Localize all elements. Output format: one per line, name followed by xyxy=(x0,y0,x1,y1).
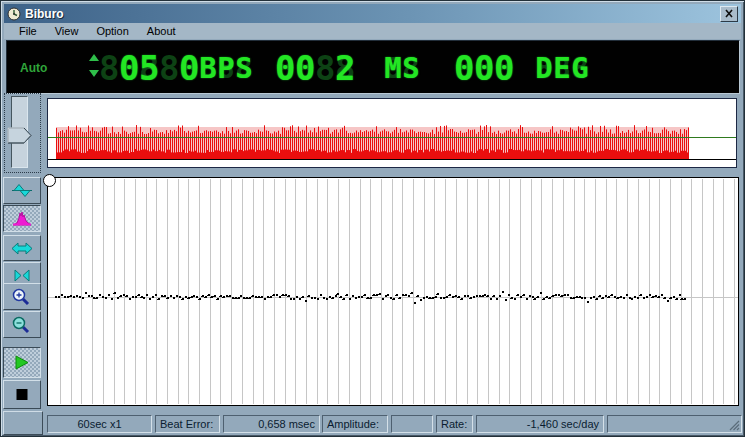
play-icon xyxy=(11,354,33,371)
auto-indicator: Auto xyxy=(20,61,47,75)
deg-unit-label: 8D 8E 8G xyxy=(535,47,589,89)
start-button[interactable] xyxy=(3,347,41,378)
rate-chart-panel xyxy=(47,177,739,406)
status-timescale: 60sec x1 xyxy=(47,415,152,433)
close-icon xyxy=(724,9,734,18)
zoom-out-button[interactable] xyxy=(3,311,41,338)
menu-item-view[interactable]: View xyxy=(46,24,88,39)
menu-bar: File View Option About xyxy=(4,23,741,39)
spinner-up-icon[interactable] xyxy=(89,54,99,61)
rate-chart-canvas xyxy=(48,178,738,405)
zoom-out-icon xyxy=(11,316,33,334)
expand-horizontal-button[interactable] xyxy=(3,235,41,261)
ms-unit-label: 8M 8S xyxy=(384,47,420,89)
histogram-icon xyxy=(11,210,33,227)
histogram-mode-button[interactable] xyxy=(3,205,41,232)
bps-unit-label: 8B 8P 8S xyxy=(199,47,253,89)
resize-grip[interactable] xyxy=(729,420,740,431)
title-bar[interactable]: Biburo xyxy=(4,4,741,23)
status-beat-error-value: 0,658 msec xyxy=(223,415,320,433)
menu-item-option[interactable]: Option xyxy=(87,24,137,39)
ms-value-display: 80 80 8 82 xyxy=(275,47,355,89)
beat-waveform-canvas xyxy=(48,99,736,167)
expand-arrows-icon xyxy=(11,240,33,257)
window-title: Biburo xyxy=(25,7,64,21)
led-panel: Auto 8 80 85 8 80 8B 8P 8S 80 80 8 82 8M… xyxy=(6,40,740,94)
status-filler xyxy=(607,415,742,433)
beat-waveform-panel xyxy=(47,98,737,168)
rate-spinner xyxy=(89,54,99,77)
status-rate-value: -1,460 sec/day xyxy=(476,415,604,433)
status-bar: 60sec x1 Beat Error: 0,658 msec Amplitud… xyxy=(1,415,744,435)
menu-item-about[interactable]: About xyxy=(138,24,185,39)
zoom-in-button[interactable] xyxy=(3,283,41,310)
close-button[interactable] xyxy=(720,6,738,22)
gain-slider[interactable] xyxy=(4,93,41,173)
deg-value-display: 80 80 80 xyxy=(454,47,514,89)
app-window: Biburo File View Option About Auto 8 80 … xyxy=(0,0,745,437)
app-icon[interactable] xyxy=(7,7,21,21)
waveform-mode-button[interactable] xyxy=(3,177,41,204)
slider-thumb[interactable] xyxy=(7,127,33,144)
collapse-arrows-icon xyxy=(11,267,33,284)
chart-origin-marker xyxy=(43,174,56,187)
bps-value-display: 8 80 85 8 80 xyxy=(99,47,199,89)
menu-item-file[interactable]: File xyxy=(10,24,46,39)
status-beat-error-label: Beat Error: xyxy=(155,415,220,433)
zoom-in-icon xyxy=(11,288,33,306)
status-amplitude-value xyxy=(391,415,433,433)
status-rate-label: Rate: xyxy=(436,415,473,433)
stop-icon xyxy=(11,386,33,403)
spinner-down-icon[interactable] xyxy=(89,70,99,77)
stop-button[interactable] xyxy=(3,380,41,409)
wave-icon xyxy=(11,182,33,199)
status-amplitude-label: Amplitude: xyxy=(322,415,388,433)
